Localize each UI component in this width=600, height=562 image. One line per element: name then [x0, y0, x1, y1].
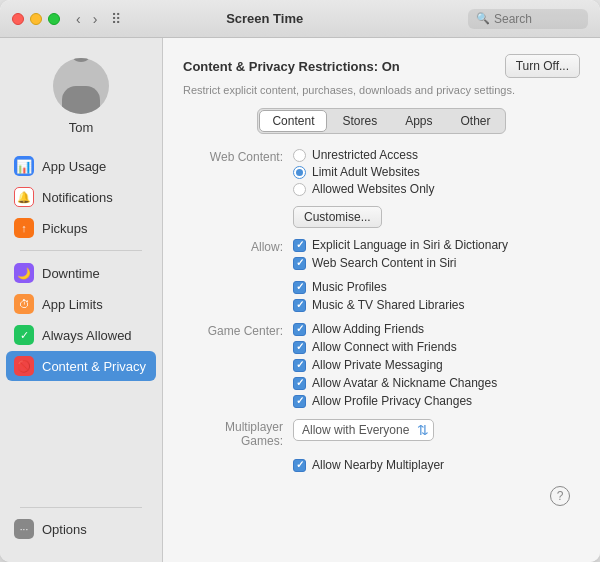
- multiplayer-content: Allow with Everyone ⇅: [293, 419, 580, 447]
- sidebar-bottom: ··· Options: [0, 501, 162, 552]
- multiplayer-section: Multiplayer Games: Allow with Everyone ⇅: [183, 418, 580, 448]
- multiplayer-dropdown-value: Allow with Everyone: [302, 423, 409, 437]
- checkbox-music-profiles-label: Music Profiles: [312, 280, 387, 294]
- checkbox-music-profiles[interactable]: Music Profiles: [293, 280, 580, 294]
- radio-limit-adult[interactable]: Limit Adult Websites: [293, 165, 580, 179]
- allow-section: Allow: Explicit Language in Siri & Dicti…: [183, 238, 580, 270]
- downtime-icon: 🌙: [14, 263, 34, 283]
- radio-limit-adult-label: Limit Adult Websites: [312, 165, 420, 179]
- app-limits-icon: ⏱: [14, 294, 34, 314]
- radio-allowed-only[interactable]: Allowed Websites Only: [293, 182, 580, 196]
- checkbox-private-messaging[interactable]: Allow Private Messaging: [293, 358, 580, 372]
- checkbox-profile-privacy[interactable]: Allow Profile Privacy Changes: [293, 394, 580, 408]
- checkbox-allow-adding-friends[interactable]: Allow Adding Friends: [293, 322, 580, 336]
- checkbox-adding-friends-label: Allow Adding Friends: [312, 322, 424, 336]
- tab-group: Content Stores Apps Other: [257, 108, 505, 134]
- close-button[interactable]: [12, 13, 24, 25]
- sidebar-item-downtime[interactable]: 🌙 Downtime: [6, 258, 156, 288]
- allow-nearby-content: Allow Nearby Multiplayer: [293, 458, 580, 472]
- customise-button[interactable]: Customise...: [293, 206, 382, 228]
- sidebar-item-always-allowed[interactable]: ✓ Always Allowed: [6, 320, 156, 350]
- multiplayer-dropdown[interactable]: Allow with Everyone ⇅: [293, 419, 434, 441]
- traffic-lights: [12, 13, 60, 25]
- radio-unrestricted-indicator: [293, 149, 306, 162]
- sidebar: Tom 📊 App Usage 🔔 Notifications ↑ Pickup…: [0, 38, 163, 562]
- checkbox-connect-friends[interactable]: Allow Connect with Friends: [293, 340, 580, 354]
- restrictions-status: On: [382, 59, 400, 74]
- pickups-icon: ↑: [14, 218, 34, 238]
- checkbox-allow-nearby-label: Allow Nearby Multiplayer: [312, 458, 444, 472]
- content-area: Content & Privacy Restrictions: On Turn …: [163, 38, 600, 562]
- app-usage-icon: 📊: [14, 156, 34, 176]
- checkbox-allow-nearby[interactable]: Allow Nearby Multiplayer: [293, 458, 580, 472]
- minimize-button[interactable]: [30, 13, 42, 25]
- sidebar-item-app-limits[interactable]: ⏱ App Limits: [6, 289, 156, 319]
- checkbox-music-profiles-indicator: [293, 281, 306, 294]
- allow-nearby-section: Allow Nearby Multiplayer: [183, 458, 580, 472]
- checkbox-adding-friends-indicator: [293, 323, 306, 336]
- sidebar-item-app-usage[interactable]: 📊 App Usage: [6, 151, 156, 181]
- music-checkboxes: Music Profiles Music & TV Shared Librari…: [293, 280, 580, 312]
- content-header-left: Content & Privacy Restrictions: On: [183, 59, 400, 74]
- checkbox-web-search-label: Web Search Content in Siri: [312, 256, 457, 270]
- checkbox-music-tv-libraries-label: Music & TV Shared Libraries: [312, 298, 465, 312]
- dropdown-arrow-icon: ⇅: [417, 422, 429, 438]
- radio-allowed-only-label: Allowed Websites Only: [312, 182, 435, 196]
- multiplayer-row: Allow with Everyone ⇅: [293, 419, 580, 441]
- bottom-bar: ?: [183, 482, 580, 510]
- allow-checkbox-group: Explicit Language in Siri & Dictionary W…: [293, 238, 580, 270]
- checkbox-web-search[interactable]: Web Search Content in Siri: [293, 256, 580, 270]
- sidebar-item-notifications[interactable]: 🔔 Notifications: [6, 182, 156, 212]
- main-content: Tom 📊 App Usage 🔔 Notifications ↑ Pickup…: [0, 38, 600, 562]
- checkbox-explicit-lang-label: Explicit Language in Siri & Dictionary: [312, 238, 508, 252]
- checkbox-connect-friends-indicator: [293, 341, 306, 354]
- sidebar-item-pickups[interactable]: ↑ Pickups: [6, 213, 156, 243]
- checkbox-avatar-nickname[interactable]: Allow Avatar & Nickname Changes: [293, 376, 580, 390]
- radio-allowed-only-indicator: [293, 183, 306, 196]
- checkbox-music-tv-libraries-indicator: [293, 299, 306, 312]
- sidebar-item-options[interactable]: ··· Options: [6, 514, 156, 544]
- checkbox-connect-friends-label: Allow Connect with Friends: [312, 340, 457, 354]
- help-button[interactable]: ?: [550, 486, 570, 506]
- tabs: Content Stores Apps Other: [183, 108, 580, 134]
- checkbox-avatar-nickname-label: Allow Avatar & Nickname Changes: [312, 376, 497, 390]
- checkbox-web-search-indicator: [293, 257, 306, 270]
- window-title: Screen Time: [61, 11, 468, 26]
- game-center-checkbox-group: Allow Adding Friends Allow Connect with …: [293, 322, 580, 408]
- checkbox-music-tv-libraries[interactable]: Music & TV Shared Libraries: [293, 298, 580, 312]
- fullscreen-button[interactable]: [48, 13, 60, 25]
- web-content-section: Web Content: Unrestricted Access Limit A…: [183, 148, 580, 228]
- checkbox-explicit-lang-indicator: [293, 239, 306, 252]
- radio-unrestricted[interactable]: Unrestricted Access: [293, 148, 580, 162]
- tab-stores[interactable]: Stores: [328, 109, 391, 133]
- checkbox-profile-privacy-indicator: [293, 395, 306, 408]
- turn-off-button[interactable]: Turn Off...: [505, 54, 580, 78]
- allow-checkboxes: Explicit Language in Siri & Dictionary W…: [293, 238, 580, 270]
- search-box[interactable]: 🔍: [468, 9, 588, 29]
- user-section: Tom: [0, 48, 162, 151]
- sidebar-divider-1: [20, 250, 142, 251]
- web-content-options: Unrestricted Access Limit Adult Websites…: [293, 148, 580, 228]
- restrictions-label: Content & Privacy Restrictions:: [183, 59, 378, 74]
- web-content-radio-group: Unrestricted Access Limit Adult Websites…: [293, 148, 580, 196]
- sidebar-item-content-privacy[interactable]: 🚫 Content & Privacy: [6, 351, 156, 381]
- checkbox-private-messaging-label: Allow Private Messaging: [312, 358, 443, 372]
- tab-other[interactable]: Other: [447, 109, 505, 133]
- tab-content[interactable]: Content: [259, 110, 327, 132]
- game-center-checkboxes: Allow Adding Friends Allow Connect with …: [293, 322, 580, 408]
- sidebar-label-content-privacy: Content & Privacy: [42, 359, 146, 374]
- content-header: Content & Privacy Restrictions: On Turn …: [183, 54, 580, 78]
- titlebar: ‹ › ⠿ Screen Time 🔍: [0, 0, 600, 38]
- content-privacy-icon: 🚫: [14, 356, 34, 376]
- sidebar-nav: 📊 App Usage 🔔 Notifications ↑ Pickups 🌙 …: [0, 151, 162, 381]
- multiplayer-label: Multiplayer Games:: [183, 418, 293, 448]
- tab-apps[interactable]: Apps: [391, 109, 446, 133]
- music-section: Music Profiles Music & TV Shared Librari…: [183, 280, 580, 312]
- checkbox-explicit-lang[interactable]: Explicit Language in Siri & Dictionary: [293, 238, 580, 252]
- notifications-icon: 🔔: [14, 187, 34, 207]
- search-input[interactable]: [494, 12, 584, 26]
- sidebar-label-options: Options: [42, 522, 87, 537]
- game-center-label: Game Center:: [183, 322, 293, 338]
- radio-limit-adult-indicator: [293, 166, 306, 179]
- checkbox-allow-nearby-indicator: [293, 459, 306, 472]
